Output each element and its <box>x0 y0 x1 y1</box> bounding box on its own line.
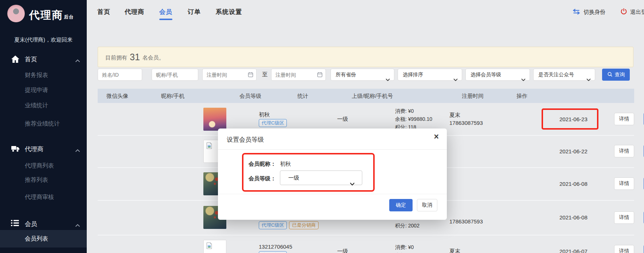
stat-line: 消费: ¥0 <box>395 243 421 251</box>
sidebar-item-代理商审核[interactable]: 代理商审核 <box>25 193 54 201</box>
sidebar-group-代理商[interactable]: 代理商 <box>0 145 87 153</box>
operations-cell: 详情调整会员等级 <box>614 103 644 135</box>
sidebar-item-推荐业绩统计[interactable]: 推荐业绩统计 <box>25 120 60 127</box>
tag-代理C级区: 代理C级区 <box>259 251 287 253</box>
parent-line: 夏末 <box>449 111 483 119</box>
power-icon <box>620 8 627 16</box>
truck-icon <box>11 145 20 154</box>
modal-header-divider <box>218 149 447 150</box>
detail-button[interactable]: 详情 <box>614 145 634 157</box>
chevron-up-icon <box>75 57 80 64</box>
member-level-filter-select[interactable]: 选择会员等级 <box>465 69 530 81</box>
member-level: 一级 <box>337 116 348 123</box>
detail-button[interactable]: 详情 <box>614 245 634 253</box>
search-icon <box>607 72 613 78</box>
column-header-注册时间: 注册时间 <box>462 89 484 103</box>
member-level-value: 一级 <box>288 175 299 181</box>
tab-会员[interactable]: 会员 <box>159 8 172 16</box>
date-range-to-label: 至 <box>262 71 268 78</box>
swap-arrows-icon <box>572 9 581 16</box>
parent-line: 17863087593 <box>449 119 483 127</box>
reg-end-field <box>271 69 326 81</box>
member-count-alert: 目前拥有31名会员。 <box>98 47 633 67</box>
name-id-field <box>98 69 142 81</box>
switch-identity-button[interactable]: 切换身份 <box>572 8 605 16</box>
search-label: 查询 <box>615 72 625 78</box>
sunset-photo <box>203 108 226 131</box>
list-icon <box>11 220 19 228</box>
tag-代理C级区: 代理C级区 <box>259 119 287 127</box>
member-nick-value: 初秋 <box>280 161 291 168</box>
table-header: 微信头像昵称/手机会员等级统计上级/昵称/手机号注册时间操作 <box>98 89 634 103</box>
sidebar-item-推荐列表[interactable]: 推荐列表 <box>25 176 48 184</box>
reg-start-input[interactable] <box>203 69 256 80</box>
register-date: 2021-06-08 <box>559 181 588 187</box>
app-logo: 代理商后台 <box>29 8 74 23</box>
column-header-昵称/手机: 昵称/手机 <box>161 89 184 103</box>
sidebar-item-代理商列表[interactable]: 代理商列表 <box>25 162 54 169</box>
table-row: 13212706045代理C级区一级消费: ¥0余额: ¥0.00夏末2021-… <box>98 235 634 253</box>
tag-已是分销商: 已是分销商 <box>289 221 319 229</box>
stat-line: 消费: ¥0 <box>395 107 432 115</box>
close-icon[interactable]: × <box>434 133 439 141</box>
reg-start-field <box>202 69 257 81</box>
member-count: 31 <box>130 52 140 62</box>
cancel-button[interactable]: 取消 <box>417 199 437 211</box>
switch-identity-label: 切换身份 <box>583 9 605 16</box>
sidebar-group-会员[interactable]: 会员 <box>0 219 87 228</box>
operations-cell: 详情调整会员等级 <box>614 167 644 200</box>
column-header-操作: 操作 <box>516 89 527 103</box>
register-date-cell: 2021-06-07 <box>559 235 588 253</box>
chevron-down-icon <box>350 177 355 191</box>
column-header-上级/昵称/手机号: 上级/昵称/手机号 <box>352 89 393 103</box>
column-header-微信头像: 微信头像 <box>106 89 128 103</box>
parent-cell: 夏末 <box>449 235 460 253</box>
tab-系统设置[interactable]: 系统设置 <box>216 8 242 16</box>
confirm-button[interactable]: 确定 <box>389 199 413 211</box>
tab-订单[interactable]: 订单 <box>188 8 201 16</box>
province-select[interactable]: 所有省份 <box>331 69 394 81</box>
stats-cell: 消费: ¥0余额: ¥0.00 <box>395 235 421 253</box>
follow-official-select[interactable]: 是否关注公众号 <box>533 69 595 81</box>
user-avatar <box>7 5 25 22</box>
member-level-select[interactable]: 一级 <box>280 170 362 185</box>
sidebar-item-业绩统计[interactable]: 业绩统计 <box>25 102 48 109</box>
reg-end-input[interactable] <box>272 69 325 80</box>
member-tags: 代理C级区 <box>259 118 289 127</box>
member-level: 一级 <box>337 248 348 253</box>
column-header-会员等级: 会员等级 <box>239 89 261 103</box>
nick-phone-input[interactable] <box>152 69 198 80</box>
detail-button[interactable]: 详情 <box>614 177 634 190</box>
register-date: 2021-06-23 <box>559 116 588 122</box>
search-button[interactable]: 查询 <box>602 69 630 81</box>
sidebar-group-首页[interactable]: 首页 <box>0 55 87 64</box>
logo-main: 代理商 <box>29 9 63 21</box>
level-cell: 一级 <box>337 235 348 253</box>
nick-phone-field <box>152 69 198 81</box>
chevron-down-icon <box>586 74 591 85</box>
alert-suffix: 名会员。 <box>143 54 164 61</box>
sort-select[interactable]: 选择排序 <box>398 69 462 81</box>
logout-button[interactable]: 退出登录 <box>620 8 644 16</box>
detail-button[interactable]: 详情 <box>614 113 634 125</box>
avatar-cell <box>203 235 226 253</box>
logout-label: 退出登录 <box>630 9 644 16</box>
name-id-input[interactable] <box>98 69 142 80</box>
register-date-cell: 2021-06-08 <box>559 167 588 200</box>
chevron-down-icon <box>521 74 526 85</box>
parent-cell: 17863087593 <box>449 200 483 235</box>
sort-value: 选择排序 <box>403 72 423 77</box>
sidebar-item-会员列表[interactable]: 会员列表 <box>25 235 48 242</box>
sidebar-item-财务报表[interactable]: 财务报表 <box>25 72 48 79</box>
stat-line: 余额: ¥99880.10 <box>395 115 432 123</box>
register-date: 2021-06-22 <box>559 148 588 154</box>
tab-首页[interactable]: 首页 <box>97 8 110 16</box>
member-level-label: 会员等级： <box>249 175 276 182</box>
tab-代理商[interactable]: 代理商 <box>125 8 144 16</box>
detail-button[interactable]: 详情 <box>614 211 634 224</box>
home-icon <box>11 55 20 65</box>
welcome-text: 夏末(代理商)，欢迎回来 <box>0 37 87 43</box>
member-nickname: 13212706045 <box>259 243 292 250</box>
sidebar-item-提现申请[interactable]: 提现申请 <box>25 87 48 94</box>
broken-image-icon <box>206 244 213 250</box>
